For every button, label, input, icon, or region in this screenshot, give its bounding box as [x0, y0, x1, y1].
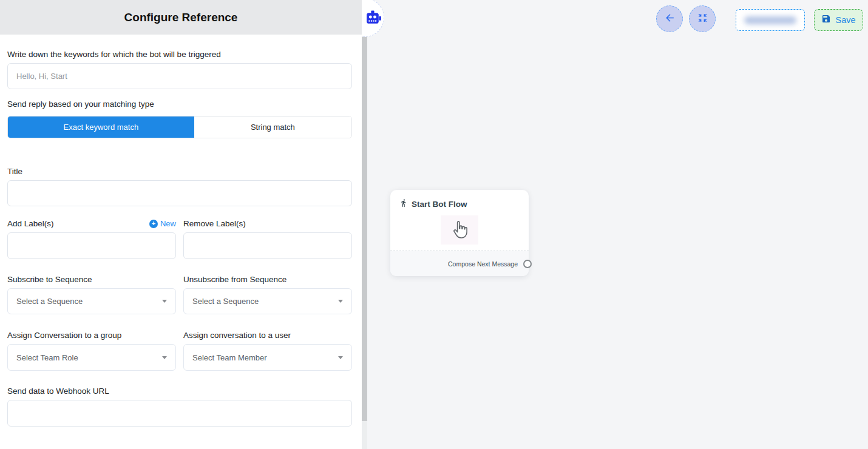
add-labels-label: Add Label(s)	[7, 219, 54, 228]
panel-scrollbar-thumb[interactable]	[362, 0, 367, 421]
save-floppy-icon	[821, 14, 831, 26]
chevron-down-icon	[338, 300, 343, 303]
unsubscribe-sequence-label: Unsubscribe from Sequence	[183, 275, 352, 284]
string-match-option[interactable]: String match	[194, 116, 351, 138]
assign-user-select[interactable]: Select Team Member	[183, 344, 352, 371]
subscribe-sequence-label: Subscribe to Sequence	[7, 275, 176, 284]
walking-person-icon	[399, 198, 408, 210]
unsubscribe-sequence-select[interactable]: Select a Sequence	[183, 288, 352, 314]
panel-scrollbar[interactable]	[362, 0, 367, 449]
start-bot-flow-node[interactable]: Start Bot Flow Compose Next Message	[390, 190, 529, 276]
save-button[interactable]: Save	[814, 9, 863, 31]
assign-user-value: Select Team Member	[192, 353, 267, 362]
hand-cursor-icon	[441, 215, 478, 245]
remove-labels-label: Remove Label(s)	[183, 219, 246, 228]
save-button-label: Save	[835, 15, 855, 25]
assign-user-label: Assign conversation to a user	[183, 331, 352, 340]
unsubscribe-sequence-value: Select a Sequence	[192, 297, 259, 306]
add-labels-input[interactable]	[7, 232, 176, 259]
new-label-link-text: New	[160, 219, 176, 228]
plus-icon: +	[149, 220, 158, 228]
collapse-arrows-icon	[697, 13, 708, 25]
keywords-input[interactable]	[7, 63, 352, 89]
panel-header: Configure Reference	[0, 0, 362, 35]
node-title: Start Bot Flow	[412, 200, 467, 209]
compose-next-message-action[interactable]: Compose Next Message	[390, 251, 529, 276]
panel-title: Configure Reference	[124, 11, 238, 24]
blurred-label	[744, 16, 796, 24]
blurred-action-button[interactable]	[736, 9, 805, 31]
back-button[interactable]	[656, 5, 683, 32]
remove-labels-input[interactable]	[183, 232, 352, 259]
new-label-link[interactable]: + New	[149, 219, 176, 228]
node-header: Start Bot Flow	[390, 190, 529, 210]
chevron-down-icon	[338, 356, 343, 359]
exact-keyword-match-option[interactable]: Exact keyword match	[8, 116, 194, 138]
compose-next-message-label: Compose Next Message	[448, 260, 518, 268]
matching-type-toggle: Exact keyword match String match	[7, 116, 352, 138]
chevron-down-icon	[162, 300, 167, 303]
assign-group-select[interactable]: Select Team Role	[7, 344, 176, 371]
title-label: Title	[7, 167, 352, 176]
fit-view-button[interactable]	[689, 5, 716, 32]
configure-reference-panel: Configure Reference Write down the keywo…	[0, 0, 362, 449]
matching-type-label: Send reply based on your matching type	[7, 100, 352, 109]
back-arrow-icon	[664, 12, 676, 26]
keywords-label: Write down the keywords for which the bo…	[7, 50, 352, 59]
assign-group-label: Assign Conversation to a group	[7, 331, 176, 340]
assign-group-value: Select Team Role	[16, 353, 78, 362]
panel-body: Write down the keywords for which the bo…	[0, 35, 362, 449]
title-input[interactable]	[7, 180, 352, 206]
subscribe-sequence-select[interactable]: Select a Sequence	[7, 288, 176, 314]
subscribe-sequence-value: Select a Sequence	[16, 297, 83, 306]
chevron-down-icon	[162, 356, 167, 359]
webhook-input[interactable]	[7, 400, 352, 427]
connection-port[interactable]	[523, 260, 532, 268]
webhook-label: Send data to Webhook URL	[7, 387, 352, 396]
